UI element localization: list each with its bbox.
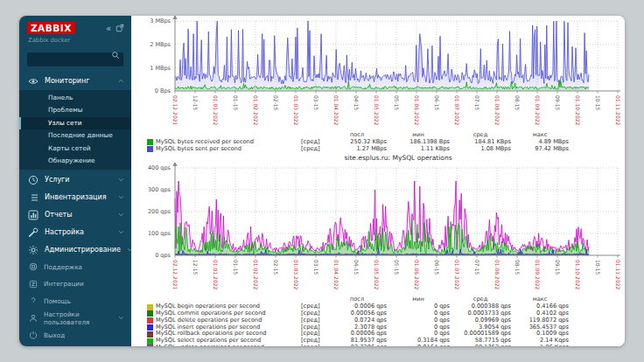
x-tick-label: 01.10.2022 [575, 260, 581, 290]
search-input[interactable] [27, 52, 123, 66]
report-icon [28, 210, 38, 220]
server-name: Zabbix docker [19, 34, 131, 48]
graph-title: site.esplus.ru: MySQL operations [135, 154, 621, 162]
monitoring-submenu: Панель Проблемы Узлы сети Последние данн… [19, 90, 131, 170]
mysql-operations-graph[interactable]: 0 qps100 qps200 qps300 qps400 qps02.12.2… [135, 163, 621, 293]
x-tick-label: 01.08.2022 [494, 95, 500, 126]
series-color-swatch [147, 304, 153, 310]
search-icon[interactable] [111, 51, 120, 59]
series-color-swatch [147, 146, 153, 152]
x-tick-label: 01-15 [233, 260, 239, 275]
sidebar-item-monitoring[interactable]: Мониторинг [19, 73, 131, 90]
x-tick-label: 04-15 [354, 260, 360, 275]
x-tick-label: 02-15 [273, 260, 279, 275]
sidebar-item-configuration[interactable]: Настройка [19, 224, 131, 241]
x-tick-label: 01.02.2022 [253, 95, 259, 126]
sidebar-header: ZABBIX « [19, 16, 131, 34]
chevron-down-icon [118, 194, 124, 200]
user-menu: Поддержка Интеграции Помощь [19, 259, 131, 347]
sidebar-item-support[interactable]: Поддержка [19, 259, 131, 276]
x-tick-label: 01.07.2022 [454, 260, 460, 290]
x-tick-label: 01.07.2022 [454, 95, 460, 126]
x-tick-label: 01.09.2022 [535, 260, 541, 290]
support-icon [29, 262, 38, 271]
chevron-down-icon [118, 177, 124, 183]
series-color-swatch [147, 310, 153, 317]
legend-aggregation: [сред] [294, 345, 327, 346]
sidebar-item-hosts[interactable]: Узлы сети [19, 117, 131, 130]
x-tick-label: 01.05.2022 [374, 260, 380, 290]
x-axis-labels: 02.12.202112-1501.01.202201-1501.02.2022… [172, 255, 621, 290]
sidebar-item-discovery[interactable]: Обнаружение [19, 155, 131, 168]
grid-lines [175, 168, 618, 255]
series-color-swatch [147, 338, 153, 345]
x-tick-label: 05-15 [394, 95, 400, 111]
axes [175, 165, 620, 255]
mysql-bandwidth-graph[interactable]: 0 Bps1 MBps2 MBps3 MBps02.12.202112-1501… [135, 16, 621, 129]
series-color-swatch [147, 345, 153, 346]
y-axis-arrow [172, 16, 177, 19]
bandwidth-graph-legend: послминсредмаксMySQL bytes received per … [135, 132, 625, 152]
sidebar-item-label: Помощь [44, 297, 124, 305]
x-tick-label: 01-15 [233, 95, 239, 111]
legend-value: 1.27 MBps [327, 146, 387, 153]
x-tick-label: 01.02.2022 [253, 260, 259, 290]
zabbix-logo[interactable]: ZABBIX [27, 22, 75, 34]
legend-series-name: MySQL update operations per second [156, 345, 264, 346]
main-content: 0 Bps1 MBps2 MBps3 MBps02.12.202112-1501… [131, 16, 625, 346]
x-tick-label: 03-15 [313, 260, 319, 275]
x-tick-label: 01.08.2022 [494, 260, 500, 290]
y-tick-label: 2 MBps [150, 41, 171, 48]
x-tick-label: 02-15 [273, 95, 279, 111]
list-icon [28, 192, 38, 203]
integrations-icon [29, 280, 38, 289]
sidebar-item-administration[interactable]: Администрирование [19, 241, 131, 259]
sidebar-item-label: Настройка [45, 228, 112, 236]
x-tick-label: 01.03.2022 [293, 260, 299, 290]
series-color-swatch [147, 331, 153, 338]
series-color-swatch [147, 139, 153, 145]
x-tick-label: 01.11.2022 [615, 260, 621, 290]
x-tick-label: 09-15 [555, 260, 561, 275]
sidebar-item-label: Интеграции [44, 280, 124, 288]
sidebar-item-label: Услуги [45, 176, 112, 184]
series-plots [175, 21, 589, 91]
y-tick-label: 400 qps [148, 165, 172, 172]
x-tick-label: 12-15 [192, 260, 199, 275]
sidebar-item-maps[interactable]: Карты сетей [19, 143, 131, 156]
eye-icon [28, 76, 38, 87]
sidebar-item-dashboard[interactable]: Панель [19, 92, 131, 105]
chevron-up-icon [118, 78, 124, 84]
x-tick-label: 04-15 [354, 95, 360, 111]
sidebar-item-integrations[interactable]: Интеграции [19, 275, 131, 293]
legend-value: 97.42 MBps [511, 146, 569, 153]
sidebar: ZABBIX « Zabbix docker Мониторинг [19, 16, 131, 346]
sidebar-item-user-settings[interactable]: Настройки пользователя [19, 310, 131, 327]
legend-row: MySQL update operations per second[сред]… [147, 345, 625, 346]
y-tick-label: 100 qps [148, 231, 172, 238]
sidebar-item-services[interactable]: Услуги [19, 171, 131, 189]
sidebar-item-help[interactable]: Помощь [19, 293, 131, 310]
sidebar-item-reports[interactable]: Отчеты [19, 206, 131, 224]
operations-graph-legend: послминсредмаксMySQL begin operations pe… [135, 296, 625, 346]
sidebar-item-label: Поддержка [44, 263, 124, 271]
x-tick-label: 01.04.2022 [333, 95, 340, 126]
sidebar-item-label: Инвентаризация [45, 193, 112, 201]
sidebar-item-signout[interactable]: Выход [19, 327, 131, 345]
x-tick-label: 08-15 [514, 95, 521, 111]
x-tick-label: 01.06.2022 [414, 95, 420, 126]
y-axis-arrow [172, 163, 177, 166]
popout-sidebar-icon[interactable] [116, 24, 124, 32]
x-tick-label: 01.04.2022 [333, 260, 340, 290]
zabbix-window: ZABBIX « Zabbix docker Мониторинг [19, 16, 625, 346]
sidebar-item-label: Настройки пользователя [44, 310, 112, 326]
wrench-icon [28, 227, 38, 238]
signout-icon [29, 331, 38, 339]
sidebar-item-problems[interactable]: Проблемы [19, 104, 131, 117]
legend-series-name: MySQL bytes sent per second [156, 146, 242, 153]
collapse-sidebar-icon[interactable]: « [106, 24, 111, 32]
x-tick-label: 02.12.2021 [172, 260, 178, 290]
sidebar-item-latest-data[interactable]: Последние данные [19, 129, 131, 143]
legend-row: MySQL bytes sent per second[сред]1.27 MB… [147, 146, 625, 153]
sidebar-item-inventory[interactable]: Инвентаризация [19, 189, 131, 206]
